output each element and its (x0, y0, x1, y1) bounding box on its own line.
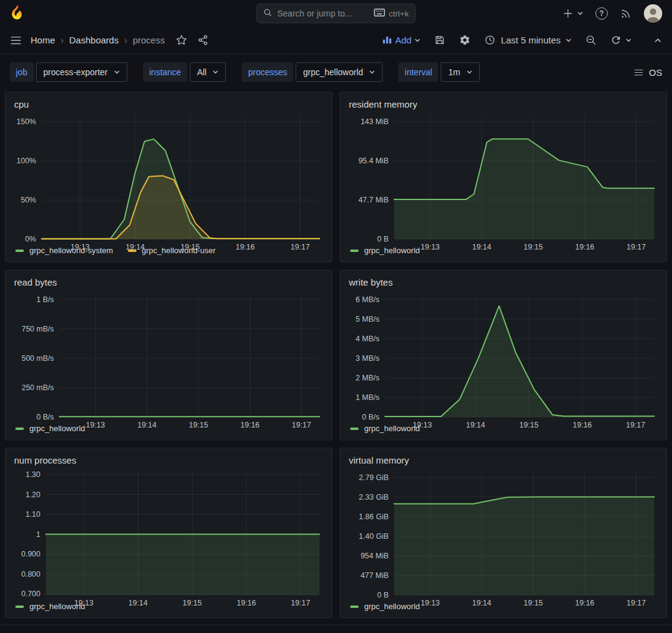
svg-text:100%: 100% (17, 157, 36, 165)
series-name: grpc_helloworld-system (29, 246, 113, 255)
panel-title-write-bytes[interactable]: write bytes (346, 274, 660, 289)
svg-text:2 MB/s: 2 MB/s (356, 374, 379, 382)
svg-text:2.79 GiB: 2.79 GiB (359, 473, 389, 482)
series-name: grpc_helloworld (364, 602, 420, 611)
legend-item[interactable]: grpc_helloworld (350, 246, 420, 255)
chart-canvas[interactable]: 0 B47.7 MiB95.4 MiB143 MiB19:1319:1419:1… (346, 111, 660, 254)
panel-cpu: cpu 0%50%100%150%19:1319:1419:1519:1619:… (5, 92, 332, 262)
svg-text:1 MB/s: 1 MB/s (356, 393, 379, 402)
svg-text:5 MB/s: 5 MB/s (356, 315, 379, 324)
svg-text:1: 1 (36, 530, 40, 539)
svg-text:1.40 GiB: 1.40 GiB (359, 532, 389, 541)
chart-canvas[interactable]: 0.7000.8000.90011.101.201.3019:1319:1419… (12, 467, 326, 610)
collapse-toolbar-button[interactable] (654, 36, 662, 45)
svg-text:0 B/s: 0 B/s (37, 413, 54, 421)
series-color-dash (350, 428, 359, 430)
add-panel-button[interactable]: Add (382, 35, 421, 45)
variable-processes: processes grpc_helloworld (242, 62, 383, 82)
top-bar: ctrl+k ? (0, 0, 672, 27)
svg-text:1.86 GiB: 1.86 GiB (359, 513, 389, 521)
num-processes-chart[interactable]: 0.7000.8000.90011.101.201.3019:1319:1419… (12, 467, 326, 601)
clock-icon (484, 34, 496, 46)
svg-text:2.33 GiB: 2.33 GiB (359, 493, 389, 502)
chart-canvas[interactable]: 0 B/s1 MB/s2 MB/s3 MB/s4 MB/s5 MB/s6 MB/… (346, 289, 660, 432)
variable-value-processes[interactable]: grpc_helloworld (296, 62, 383, 82)
variable-value-text: All (197, 67, 207, 77)
avatar (644, 4, 662, 23)
os-row-toggle[interactable]: OS (633, 67, 662, 78)
breadcrumb-separator: › (124, 35, 127, 45)
virtual-memory-chart[interactable]: 0 B477 MiB954 MiB1.40 GiB1.86 GiB2.33 Gi… (346, 467, 660, 601)
time-range-picker[interactable]: Last 5 minutes (484, 34, 572, 46)
share-button[interactable] (197, 34, 209, 46)
legend-item[interactable]: grpc_helloworld-system (15, 246, 113, 255)
panel-num-processes: num processes 0.7000.8000.90011.101.201.… (5, 448, 332, 618)
svg-text:47.7 MiB: 47.7 MiB (359, 196, 389, 204)
svg-text:50%: 50% (21, 196, 36, 204)
write-bytes-chart[interactable]: 0 B/s1 MB/s2 MB/s3 MB/s4 MB/s5 MB/s6 MB/… (346, 289, 660, 423)
chevron-down-icon (414, 37, 420, 43)
legend-item[interactable]: grpc_helloworld (350, 602, 420, 611)
dashboard-settings-button[interactable] (459, 34, 471, 46)
refresh-button[interactable] (610, 34, 632, 46)
series-name: grpc_helloworld (29, 424, 85, 433)
series-color-dash (350, 605, 359, 608)
grafana-logo[interactable] (10, 5, 26, 22)
chart-canvas[interactable]: 0 B477 MiB954 MiB1.40 GiB1.86 GiB2.33 Gi… (346, 467, 660, 610)
panel-write-bytes: write bytes 0 B/s1 MB/s2 MB/s3 MB/s4 MB/… (340, 270, 667, 440)
user-profile-button[interactable] (644, 4, 662, 23)
svg-text:0.700: 0.700 (21, 590, 40, 598)
cpu-legend: grpc_helloworld-systemgrpc_helloworld-us… (12, 245, 326, 259)
legend-item[interactable]: grpc_helloworld (15, 424, 85, 433)
search-input[interactable] (277, 9, 369, 18)
save-icon (434, 34, 446, 46)
variable-value-instance[interactable]: All (190, 62, 226, 82)
panel-title-resident-memory[interactable]: resident memory (346, 96, 660, 111)
news-button[interactable] (620, 8, 632, 20)
panel-title-cpu[interactable]: cpu (12, 96, 326, 111)
series-color-dash (128, 250, 136, 252)
mega-menu-toggle[interactable] (10, 34, 22, 46)
chevron-down-icon (577, 10, 583, 17)
add-label: Add (395, 35, 412, 45)
panel-title-read-bytes[interactable]: read bytes (12, 274, 326, 289)
legend-item[interactable]: grpc_helloworld-user (128, 246, 216, 255)
panel-title-virtual-memory[interactable]: virtual memory (346, 452, 660, 467)
favorite-star-button[interactable] (176, 34, 187, 46)
chevron-down-icon (212, 69, 218, 75)
read-bytes-chart[interactable]: 0 B/s250 mB/s500 mB/s750 mB/s1 B/s19:131… (12, 289, 326, 423)
new-dropdown-button[interactable] (562, 8, 583, 19)
refresh-icon (610, 34, 622, 46)
help-button[interactable]: ? (595, 7, 608, 20)
variable-value-text: 1m (448, 67, 460, 77)
variable-value-job[interactable]: process-exporter (36, 62, 127, 82)
variable-interval: interval 1m (398, 62, 480, 82)
zoom-out-time-button[interactable] (585, 34, 597, 46)
variable-value-text: grpc_helloworld (303, 67, 363, 77)
svg-text:0.800: 0.800 (21, 570, 40, 579)
plus-icon (562, 8, 573, 19)
legend-item[interactable]: grpc_helloworld (15, 602, 85, 611)
search-icon (263, 8, 272, 19)
save-dashboard-button[interactable] (434, 34, 446, 46)
breadcrumb-home[interactable]: Home (31, 35, 55, 45)
breadcrumb-dashboards[interactable]: Dashboards (69, 35, 119, 45)
panel-resident-memory: resident memory 0 B47.7 MiB95.4 MiB143 M… (340, 92, 667, 262)
variable-value-text: process-exporter (43, 67, 108, 77)
resident-memory-chart[interactable]: 0 B47.7 MiB95.4 MiB143 MiB19:1319:1419:1… (346, 111, 660, 245)
svg-text:0%: 0% (25, 235, 36, 243)
panel-title-num-processes[interactable]: num processes (12, 452, 326, 467)
variable-value-interval[interactable]: 1m (441, 62, 479, 82)
time-range-label: Last 5 minutes (501, 35, 561, 45)
search-box[interactable]: ctrl+k (256, 4, 416, 23)
chart-canvas[interactable]: 0%50%100%150%19:1319:1419:1519:1619:17 (12, 111, 326, 254)
grafana-flame-icon (10, 5, 26, 22)
chevron-down-icon (114, 69, 120, 75)
gear-icon (459, 34, 471, 46)
legend-item[interactable]: grpc_helloworld (350, 424, 420, 433)
cpu-chart[interactable]: 0%50%100%150%19:1319:1419:1519:1619:17 (12, 111, 326, 245)
chevron-down-icon (566, 37, 572, 43)
keyboard-icon (374, 9, 385, 18)
virtual-memory-legend: grpc_helloworld (346, 601, 660, 615)
chart-canvas[interactable]: 0 B/s250 mB/s500 mB/s750 mB/s1 B/s19:131… (12, 289, 326, 432)
